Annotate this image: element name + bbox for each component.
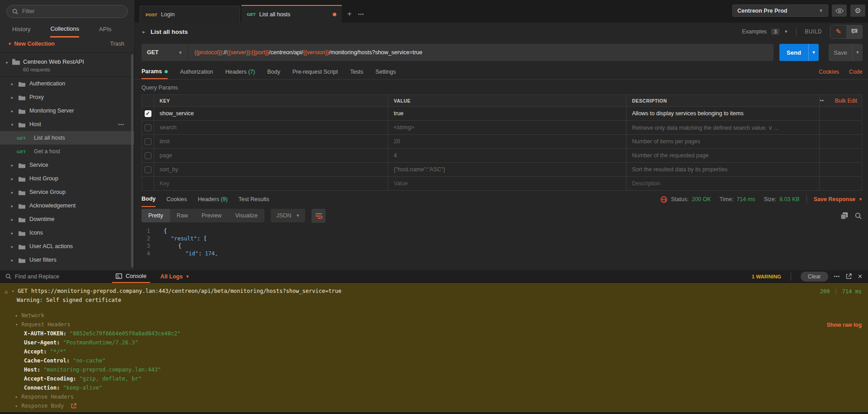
param-key[interactable]: show_service <box>154 107 388 120</box>
param-description[interactable]: Allows to display services belonging to … <box>627 107 820 120</box>
param-key[interactable]: sort_by <box>154 163 388 176</box>
folder-host[interactable]: ▾ Host ••• <box>0 118 134 131</box>
param-description-placeholder[interactable]: Description <box>627 177 820 190</box>
search-response-icon[interactable] <box>855 212 862 219</box>
environment-selector[interactable]: Centreon Pre Prod ▼ <box>732 5 828 17</box>
edit-mode-button[interactable]: ✎ <box>830 25 846 38</box>
folder-host-group[interactable]: ▸ Host Group <box>0 172 134 185</box>
checkbox-unchecked[interactable] <box>145 152 151 159</box>
show-raw-log-link[interactable]: Show raw log <box>827 322 862 328</box>
console-response-body-group[interactable]: ▸ Response Body <box>0 401 868 410</box>
wrap-text-button[interactable] <box>311 209 326 223</box>
caret-right-icon[interactable]: ▸ <box>142 29 146 34</box>
folder-downtime[interactable]: ▸ Downtime <box>0 212 134 226</box>
tab-settings[interactable]: Settings <box>376 65 396 79</box>
request-list-all-hosts[interactable]: GET List all hosts <box>0 131 134 145</box>
console-request-headers-group[interactable]: ▾ Request Headers <box>0 320 868 329</box>
console-tab[interactable]: Console <box>112 270 150 283</box>
save-button[interactable]: Save <box>829 44 852 61</box>
sidebar-tab-apis[interactable]: APIs <box>99 26 111 37</box>
console-log-area[interactable]: ⚠ ▾ GET https://monitoring-preprod.compa… <box>0 283 868 412</box>
cookies-link[interactable]: Cookies <box>819 69 839 75</box>
format-selector[interactable]: JSON ▼ <box>271 209 305 222</box>
method-selector[interactable]: GET ▼ <box>142 44 189 61</box>
request-get-a-host[interactable]: GET Get a host <box>0 145 134 158</box>
tab-tests[interactable]: Tests <box>350 65 363 79</box>
folder-user-acl-actions[interactable]: ▸ User ACL actions <box>0 240 134 253</box>
param-description[interactable]: Retrieve only data matching the defined … <box>627 121 820 134</box>
checkbox-unchecked[interactable] <box>145 166 151 173</box>
console-request-line[interactable]: ⚠ ▾ GET https://monitoring-preprod.compa… <box>0 283 868 296</box>
param-description[interactable]: Number of items per pages <box>627 135 820 148</box>
folder-acknowledgement[interactable]: ▸ Acknowledgement <box>0 199 134 212</box>
tab-login[interactable]: POST Login <box>140 6 240 23</box>
response-tab-cookies[interactable]: Cookies <box>166 193 187 207</box>
save-options-button[interactable]: ▼ <box>852 44 863 61</box>
find-and-replace-button[interactable]: Find and Replace <box>5 273 59 280</box>
examples-label[interactable]: Examples <box>742 28 767 35</box>
tab-authorization[interactable]: Authorization <box>180 65 213 79</box>
response-tab-body[interactable]: Body <box>142 192 156 207</box>
filter-box[interactable] <box>6 5 128 18</box>
save-response-button[interactable]: Save Response▼ <box>814 196 863 202</box>
param-key[interactable]: limit <box>154 135 388 148</box>
collection-root[interactable]: ▾ Centreon Web RestAPI 60 requests <box>0 54 134 77</box>
view-visualize[interactable]: Visualize <box>228 209 264 222</box>
chevron-down-icon[interactable]: ▼ <box>784 29 788 34</box>
all-logs-filter[interactable]: All Logs ▼ <box>160 273 189 280</box>
tab-params[interactable]: Params <box>142 65 168 79</box>
sidebar-tab-collections[interactable]: Collections <box>50 25 79 38</box>
checkbox-unchecked[interactable] <box>145 124 151 131</box>
settings-button[interactable]: ⚙ <box>850 5 865 17</box>
sidebar-tab-history[interactable]: History <box>12 26 30 37</box>
response-tab-test-results[interactable]: Test Results <box>238 193 269 207</box>
view-preview[interactable]: Preview <box>195 209 228 222</box>
folder-monitoring-server[interactable]: ▸ Monitoring Server <box>0 104 134 118</box>
environment-quick-look-button[interactable] <box>832 5 847 17</box>
comments-button[interactable] <box>846 25 862 38</box>
param-key[interactable]: page <box>154 149 388 162</box>
filter-input[interactable] <box>22 8 122 14</box>
tab-pre-request-script[interactable]: Pre-request Script <box>292 65 338 79</box>
folder-authentication[interactable]: ▸ Authentication <box>0 77 134 90</box>
copy-icon[interactable] <box>841 212 848 219</box>
more-icon[interactable]: ••• <box>118 122 124 127</box>
param-value[interactable]: <string> <box>388 121 627 134</box>
url-input[interactable]: {{protocol}}://{{server}}:{{port}}/centr… <box>189 44 774 61</box>
more-icon[interactable]: ••• <box>820 98 824 103</box>
param-value-placeholder[interactable]: Value <box>388 177 627 190</box>
request-title-row[interactable]: ▸ List all hosts <box>142 28 188 35</box>
more-icon[interactable]: ••• <box>834 274 840 279</box>
tab-headers[interactable]: Headers (7) <box>225 65 255 79</box>
param-value[interactable]: true <box>388 107 627 120</box>
caret-down-icon[interactable]: ▾ <box>5 60 9 72</box>
tab-options-icon[interactable]: ••• <box>358 12 364 17</box>
folder-user-filters[interactable]: ▸ User filters <box>0 253 134 267</box>
code-link[interactable]: Code <box>849 69 863 75</box>
view-pretty[interactable]: Pretty <box>142 209 170 222</box>
param-key[interactable]: search <box>154 121 388 134</box>
response-body-code[interactable]: 1{ 2"result": [ 3{ 4"id": 174, <box>135 225 868 257</box>
caret-down-icon[interactable]: ▾ <box>12 289 14 293</box>
folder-service[interactable]: ▸ Service <box>0 158 134 172</box>
folder-proxy[interactable]: ▸ Proxy <box>0 90 134 104</box>
response-tab-headers[interactable]: Headers (9) <box>198 193 227 207</box>
external-link-icon[interactable] <box>71 403 76 409</box>
folder-icons[interactable]: ▸ Icons <box>0 226 134 240</box>
new-collection-button[interactable]: +New Collection <box>8 41 55 47</box>
folder-service-group[interactable]: ▸ Service Group <box>0 185 134 199</box>
param-value[interactable]: {"host.name":"ASC"} <box>388 163 627 176</box>
new-tab-button[interactable]: + <box>347 9 352 19</box>
sidebar-scrollbar[interactable] <box>131 54 133 268</box>
tab-body[interactable]: Body <box>267 65 280 79</box>
send-button[interactable]: Send <box>779 44 808 61</box>
clear-console-button[interactable]: Clear <box>801 272 828 282</box>
close-console-icon[interactable]: ✕ <box>858 273 863 280</box>
open-in-new-window-icon[interactable] <box>846 273 852 279</box>
param-key-placeholder[interactable]: Key <box>154 177 388 190</box>
tab-list-all-hosts[interactable]: GET List all hosts <box>241 5 342 23</box>
send-options-button[interactable]: ▼ <box>808 44 819 61</box>
trash-button[interactable]: Trash <box>110 41 125 47</box>
param-description[interactable]: Sort the resulted data by its properties <box>627 163 820 176</box>
checkbox-unchecked[interactable] <box>145 138 151 145</box>
